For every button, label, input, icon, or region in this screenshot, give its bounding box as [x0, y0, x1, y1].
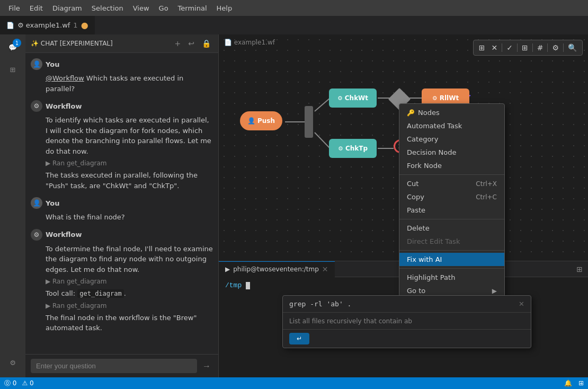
dtool-close[interactable]: ✕ — [489, 42, 500, 53]
message-text-2: To identify which tasks are executed in … — [31, 115, 213, 156]
dtool-hash[interactable]: # — [535, 42, 546, 53]
terminal-close-btn[interactable]: ✕ — [322, 265, 328, 273]
code-inline-1: get_diagram — [77, 289, 123, 298]
menu-edit[interactable]: Edit — [25, 2, 47, 14]
chat-send-button[interactable]: → — [200, 359, 213, 373]
autocomplete-actions: ↵ — [283, 329, 531, 348]
dtool-sep-5 — [563, 43, 564, 52]
ctx-item-automated-task[interactable]: Automated Task — [399, 119, 504, 132]
dtool-sep-1 — [502, 43, 502, 52]
menu-bar: File Edit Diagram Selection View Go Term… — [0, 0, 588, 16]
ctx-item-copy[interactable]: Copy Ctrl+C — [399, 190, 504, 204]
ran-tool-2[interactable]: ▶ Ran get_diagram — [31, 278, 213, 285]
diagram-area[interactable]: 📄 example1.wf ⊞ ✕ ✓ ⊞ # ⚙ 🔍 — [219, 34, 588, 377]
message-text-6: Tool call: get_diagram. — [31, 288, 213, 299]
chat-panel: ✨ CHAT [EXPERIMENTAL] + ↩ 🔒 👤 You @Workf… — [25, 34, 219, 377]
file-icon: 📄 — [6, 22, 14, 29]
terminal-tab-1[interactable]: ▶ philip@twoseventeen:/tmp ✕ — [219, 261, 335, 277]
status-errors[interactable]: ⓪ 0 — [4, 379, 16, 388]
main-area: 💬 1 ⊞ ⚙ ✨ CHAT [EXPERIMENTAL] + ↩ 🔒 👤 Yo… — [0, 34, 588, 377]
ctx-highlight-path-label: Highlight Path — [407, 273, 455, 281]
diagram-toolbar: ⊞ ✕ ✓ ⊞ # ⚙ 🔍 — [473, 40, 583, 56]
ctx-nodes-label: Nodes — [418, 109, 440, 117]
autocomplete-command-text: grep -rl 'ab' . — [289, 300, 351, 308]
chat-back-btn[interactable]: ↩ — [186, 38, 197, 49]
chat-input[interactable] — [31, 359, 197, 373]
ctx-cut-shortcut: Ctrl+X — [476, 180, 497, 188]
ran-tool-1[interactable]: ▶ Ran get_diagram — [31, 160, 213, 167]
terminal-tab-label: philip@twoseventeen:/tmp — [233, 266, 319, 273]
sidebar-icon-explorer[interactable]: ⊞ — [2, 59, 23, 80]
message-group-2: ⚙ Workflow To identify which tasks are e… — [31, 100, 213, 191]
ctx-section-ai: Fix with AI — [399, 251, 504, 269]
menu-help[interactable]: Help — [212, 2, 237, 14]
dtool-gear[interactable]: ⚙ — [550, 42, 561, 53]
ctx-automated-task-label: Automated Task — [407, 122, 462, 130]
ctx-item-cut[interactable]: Cut Ctrl+X — [399, 177, 504, 190]
autocomplete-suggestion-row: List all files recursively that contain … — [283, 313, 531, 329]
dtool-search[interactable]: 🔍 — [566, 42, 579, 53]
dtool-check[interactable]: ✓ — [504, 42, 515, 53]
menu-view[interactable]: View — [129, 2, 154, 14]
status-right: 🔔 ⊞ — [564, 379, 584, 387]
dtool-sep-4 — [547, 43, 548, 52]
chat-input-area: → — [25, 354, 218, 377]
ctx-item-delete[interactable]: Delete — [399, 222, 504, 235]
menu-diagram[interactable]: Diagram — [48, 2, 86, 14]
autocomplete-suggestion-text: List all files recursively that contain … — [289, 317, 412, 325]
message-text-1: @Workflow Which tasks are executed in pa… — [31, 73, 213, 94]
avatar-wf-2: ⚙ — [31, 229, 42, 241]
autocomplete-close-btn[interactable]: ✕ — [519, 300, 524, 308]
status-warnings[interactable]: ⚠ 0 — [22, 379, 33, 387]
ctx-fork-node-label: Fork Node — [407, 162, 442, 170]
ctx-item-decision-node[interactable]: Decision Node — [399, 146, 504, 159]
message-group-3: 👤 You What is the final node? — [31, 197, 213, 223]
diagram-breadcrumb: 📄 example1.wf — [224, 39, 275, 46]
ctx-item-fork-node[interactable]: Fork Node — [399, 159, 504, 172]
ctx-copy-shortcut: Ctrl+C — [476, 193, 497, 201]
ctx-item-paste[interactable]: Paste — [399, 204, 504, 217]
autocomplete-accept-btn[interactable]: ↵ — [289, 333, 309, 344]
node-push[interactable]: 👤 Push — [240, 111, 282, 130]
ctx-item-highlight-path[interactable]: Highlight Path — [399, 271, 504, 284]
workflow-mention: @Workflow — [46, 74, 84, 82]
sender-label-wf-1: Workflow — [46, 102, 82, 110]
tab-modified-dot: ● — [81, 21, 88, 30]
ctx-section-nodes: 🔑Nodes Automated Task Category Decision … — [399, 104, 504, 175]
ctx-cut-label: Cut — [407, 180, 418, 188]
ran-tool-3[interactable]: ▶ Ran get_diagram — [31, 302, 213, 310]
status-notifications[interactable]: 🔔 — [564, 379, 572, 387]
tab-number: 1 — [73, 21, 77, 29]
chat-add-btn[interactable]: + — [173, 38, 183, 49]
ctx-section-clipboard: Cut Ctrl+X Copy Ctrl+C Paste — [399, 175, 504, 219]
menu-terminal[interactable]: Terminal — [174, 2, 211, 14]
node-chktp[interactable]: ⚙ ChkTp — [329, 139, 377, 158]
editor-tab[interactable]: 📄 ⚙ example1.wf 1 ● — [0, 16, 95, 34]
node-chkwt[interactable]: ⚙ ChkWt — [329, 89, 377, 108]
ctx-go-to-label: Go to — [407, 287, 425, 295]
message-group-4: ⚙ Workflow To determine the final node, … — [31, 229, 213, 333]
status-layout[interactable]: ⊞ — [578, 379, 584, 387]
message-text-7: The final node in the workflow is the "B… — [31, 313, 213, 333]
node-fork[interactable] — [305, 106, 313, 138]
sender-label-you-2: You — [46, 199, 59, 207]
message-sender-you-1: 👤 You — [31, 58, 213, 70]
terminal-prompt: /tmp — [225, 281, 242, 289]
sidebar-icon-settings[interactable]: ⚙ — [2, 352, 23, 373]
node-chkwt-label: ChkWt — [345, 94, 368, 102]
dtool-grid[interactable]: ⊞ — [520, 42, 530, 53]
message-text-5: To determine the final node, I'll need t… — [31, 244, 213, 275]
chat-header: ✨ CHAT [EXPERIMENTAL] + ↩ 🔒 — [25, 34, 218, 53]
ctx-copy-label: Copy — [407, 193, 424, 201]
menu-selection[interactable]: Selection — [87, 2, 128, 14]
ctx-item-fix-with-ai[interactable]: Fix with AI — [399, 253, 504, 266]
menu-go[interactable]: Go — [155, 2, 173, 14]
ctx-category-label: Category — [407, 135, 438, 143]
terminal-split-btn[interactable]: ⊞ — [571, 265, 588, 273]
menu-file[interactable]: File — [4, 2, 24, 14]
sidebar-icon-chat[interactable]: 💬 1 — [2, 37, 23, 58]
ctx-item-category[interactable]: Category — [399, 132, 504, 146]
dtool-expand[interactable]: ⊞ — [477, 42, 487, 53]
ctx-item-nodes[interactable]: 🔑Nodes — [399, 106, 504, 119]
chat-lock-btn[interactable]: 🔒 — [200, 38, 213, 49]
